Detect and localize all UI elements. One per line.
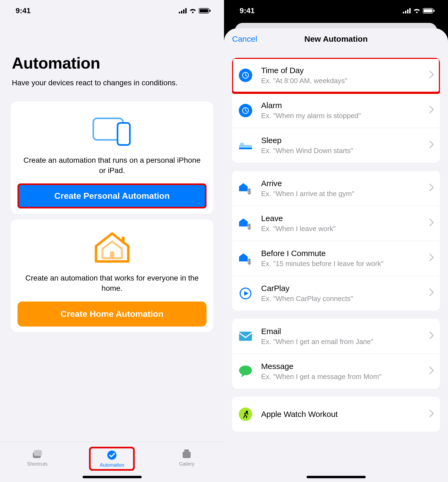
row-title: Alarm xyxy=(261,101,429,110)
tab-shortcuts-label: Shortcuts xyxy=(27,461,48,467)
sheet-header: Cancel New Automation xyxy=(224,28,448,50)
commute-icon xyxy=(238,252,253,265)
row-title: Email xyxy=(261,327,429,336)
create-personal-automation-button[interactable]: Create Personal Automation xyxy=(17,183,207,208)
automation-row-time-of-day[interactable]: Time of Day Ex. "At 8:00 AM, weekdays" xyxy=(232,58,440,93)
row-subtitle: Ex. "When my alarm is stopped" xyxy=(261,112,429,120)
row-title: Leave xyxy=(261,214,429,223)
chevron-right-icon xyxy=(429,366,434,376)
automation-row-email[interactable]: Email Ex. "When I get an email from Jane… xyxy=(232,319,440,354)
row-subtitle: Ex. "When I arrive at the gym" xyxy=(261,190,429,198)
svg-rect-21 xyxy=(424,9,432,12)
row-body: Apple Watch Workout xyxy=(261,410,429,419)
tab-automation-label: Automation xyxy=(100,462,124,468)
automation-group: Time of Day Ex. "At 8:00 AM, weekdays" A… xyxy=(232,58,440,163)
phone-left: 9:41 Automation Have your devices react … xyxy=(0,0,224,482)
automation-row-alarm[interactable]: Alarm Ex. "When my alarm is stopped" xyxy=(232,93,440,128)
chevron-right-icon xyxy=(429,70,434,80)
chevron-right-icon xyxy=(429,331,434,341)
status-time: 9:41 xyxy=(16,6,31,15)
chevron-right-icon xyxy=(429,288,434,298)
row-subtitle: Ex. "When I get a message from Mom" xyxy=(261,373,429,381)
row-body: Leave Ex. "When I leave work" xyxy=(261,214,429,233)
svg-point-28 xyxy=(248,188,251,191)
row-body: Email Ex. "When I get an email from Jane… xyxy=(261,327,429,346)
row-subtitle: Ex. "At 8:00 AM, weekdays" xyxy=(261,77,429,85)
tab-automation[interactable]: Automation xyxy=(89,447,135,471)
svg-rect-26 xyxy=(239,148,252,149)
modal-sheet: Cancel New Automation Time of Day Ex. "A… xyxy=(224,28,448,482)
email-icon xyxy=(238,331,253,341)
row-body: Message Ex. "When I get a message from M… xyxy=(261,362,429,381)
workout-icon xyxy=(238,407,253,421)
svg-rect-16 xyxy=(403,12,404,13)
arrive-icon xyxy=(238,182,253,195)
row-subtitle: Ex. "15 minutes before I leave for work" xyxy=(261,260,429,268)
home-automation-card: Create an automation that works for ever… xyxy=(11,219,213,332)
row-title: Time of Day xyxy=(261,66,429,75)
automation-row-leave[interactable]: Leave Ex. "When I leave work" xyxy=(232,206,440,241)
personal-desc: Create an automation that runs on a pers… xyxy=(22,155,202,176)
message-icon xyxy=(238,365,253,378)
chevron-right-icon xyxy=(429,253,434,263)
svg-rect-5 xyxy=(200,9,208,12)
row-title: Before I Commute xyxy=(261,249,429,258)
row-body: Time of Day Ex. "At 8:00 AM, weekdays" xyxy=(261,66,429,85)
automation-row-arrive[interactable]: Arrive Ex. "When I arrive at the gym" xyxy=(232,171,440,206)
automation-row-sleep[interactable]: Sleep Ex. "When Wind Down starts" xyxy=(232,128,440,163)
personal-automation-card: Create an automation that runs on a pers… xyxy=(11,101,213,214)
svg-rect-19 xyxy=(409,8,411,13)
carplay-icon xyxy=(238,287,253,300)
devices-illustration xyxy=(16,112,208,147)
automation-group: Apple Watch Workout xyxy=(232,397,440,432)
status-time: 9:41 xyxy=(240,6,255,15)
chevron-right-icon xyxy=(429,140,434,150)
svg-rect-3 xyxy=(185,8,187,13)
row-title: Arrive xyxy=(261,179,429,188)
cancel-button[interactable]: Cancel xyxy=(224,34,257,44)
chevron-right-icon xyxy=(429,105,434,115)
gallery-icon xyxy=(181,448,192,460)
page-subtitle: Have your devices react to changes in co… xyxy=(0,75,224,96)
home-illustration xyxy=(16,230,208,265)
automation-row-before-i-commute[interactable]: Before I Commute Ex. "15 minutes before … xyxy=(232,241,440,276)
svg-rect-17 xyxy=(405,11,406,13)
cellular-icon xyxy=(179,8,187,13)
svg-rect-15 xyxy=(184,449,189,452)
status-bar: 9:41 xyxy=(224,0,448,19)
svg-point-36 xyxy=(239,366,252,375)
svg-rect-1 xyxy=(181,11,182,13)
create-home-automation-button[interactable]: Create Home Automation xyxy=(17,302,207,327)
phone-right: 9:41 Cancel New Automation Time of Day E… xyxy=(224,0,448,482)
row-subtitle: Ex. "When I get an email from Jane" xyxy=(261,338,429,346)
row-title: Message xyxy=(261,362,429,371)
row-title: Sleep xyxy=(261,136,429,145)
shortcuts-icon xyxy=(32,448,43,460)
svg-rect-2 xyxy=(183,9,184,13)
battery-icon xyxy=(199,8,211,13)
wifi-icon xyxy=(413,8,421,13)
alarm-icon xyxy=(238,104,253,117)
row-subtitle: Ex. "When I leave work" xyxy=(261,225,429,233)
home-indicator[interactable] xyxy=(83,476,142,478)
clock-icon xyxy=(238,69,253,82)
row-body: CarPlay Ex. "When CarPlay connects" xyxy=(261,284,429,303)
bed-icon xyxy=(238,140,253,151)
home-indicator[interactable] xyxy=(307,476,366,478)
automation-row-message[interactable]: Message Ex. "When I get a message from M… xyxy=(232,354,440,389)
tab-gallery-label: Gallery xyxy=(179,461,194,467)
status-indicators xyxy=(179,8,211,13)
row-subtitle: Ex. "When CarPlay connects" xyxy=(261,295,429,303)
chevron-right-icon xyxy=(429,218,434,228)
svg-rect-0 xyxy=(179,12,180,13)
row-body: Before I Commute Ex. "15 minutes before … xyxy=(261,249,429,268)
row-title: CarPlay xyxy=(261,284,429,293)
automation-icon xyxy=(106,449,118,461)
automation-row-carplay[interactable]: CarPlay Ex. "When CarPlay connects" xyxy=(232,276,440,311)
home-desc: Create an automation that works for ever… xyxy=(22,273,202,293)
cellular-icon xyxy=(403,8,411,13)
tab-gallery[interactable]: Gallery xyxy=(164,447,209,469)
battery-icon xyxy=(423,8,435,13)
automation-row-apple-watch-workout[interactable]: Apple Watch Workout xyxy=(232,397,440,432)
tab-shortcuts[interactable]: Shortcuts xyxy=(15,447,60,469)
